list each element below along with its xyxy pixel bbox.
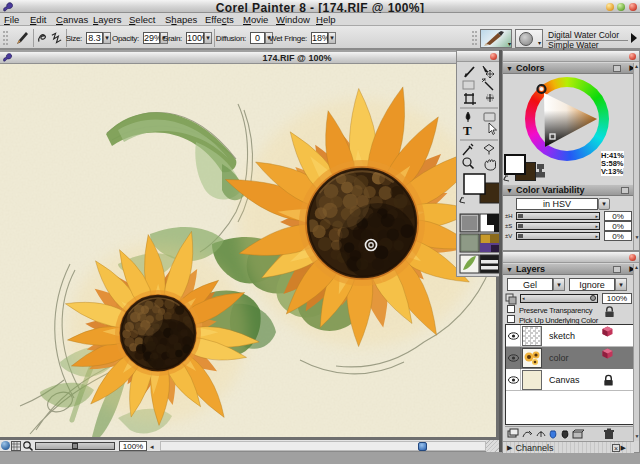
svg-text:T: T — [463, 123, 472, 138]
